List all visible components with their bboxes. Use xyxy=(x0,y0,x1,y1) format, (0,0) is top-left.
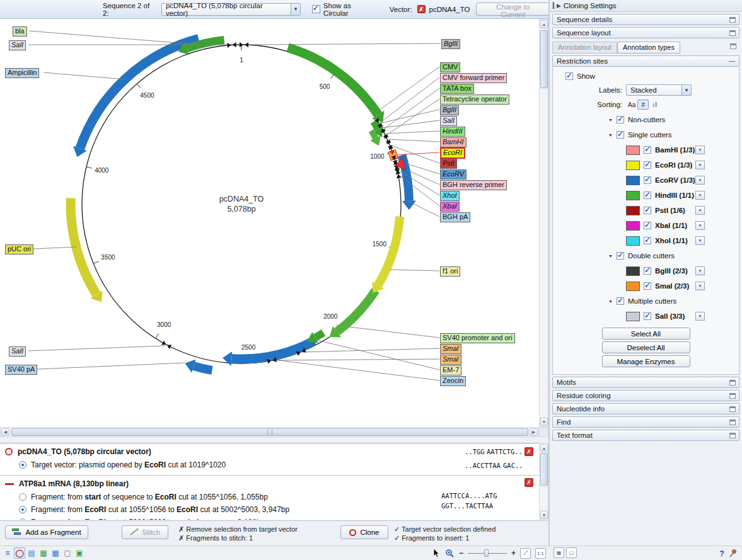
map-label-psti[interactable]: PstI xyxy=(440,159,457,169)
group-single-cutters[interactable]: ▼Single cutters xyxy=(553,127,739,142)
map-label-sv40-promoter-and-ori[interactable]: SV40 promoter and ori xyxy=(440,333,515,343)
group-checkbox-single-cutters[interactable] xyxy=(617,131,624,139)
map-label-xhoi[interactable]: XhoI xyxy=(440,191,460,201)
enzyme-checkbox-psti[interactable] xyxy=(644,207,651,214)
float-window-icon[interactable] xyxy=(729,393,736,399)
scroll-up-icon[interactable]: ▲ xyxy=(540,444,548,452)
scroll-down-icon[interactable]: ▼ xyxy=(540,511,548,518)
expand-arrow-icon[interactable]: ▼ xyxy=(608,133,613,137)
map-label-sali[interactable]: SalI xyxy=(9,346,26,357)
expand-arrow-icon[interactable]: ▼ xyxy=(608,118,613,122)
grid-view-icon[interactable]: ▦ xyxy=(554,547,564,558)
zoom-in-icon[interactable]: + xyxy=(511,549,516,557)
map-label-sali[interactable]: SalI xyxy=(9,40,26,50)
button-manage-enzymes[interactable]: Manage Enzymes xyxy=(602,355,690,367)
section-residue-coloring[interactable]: Residue coloring xyxy=(552,390,739,401)
enzyme-checkbox-bglii[interactable] xyxy=(644,267,651,275)
map-label-bglii[interactable]: BglII xyxy=(441,39,460,49)
map-label-ampicillin[interactable]: Ampicillin xyxy=(5,68,39,78)
float-window-icon[interactable] xyxy=(729,406,736,412)
enzyme-checkbox-sali[interactable] xyxy=(644,312,651,320)
remove-sequence-button[interactable]: ✗ xyxy=(525,478,533,487)
remove-sequence-button[interactable]: ✗ xyxy=(525,447,533,456)
map-label-ecori[interactable]: EcoRI xyxy=(440,147,465,159)
expand-arrow-icon[interactable]: ▼ xyxy=(608,299,613,304)
add-as-fragment-button[interactable]: Add as Fragment xyxy=(5,525,88,539)
chevron-down-icon[interactable]: ▼ xyxy=(291,4,300,15)
fragment-radio[interactable] xyxy=(19,493,26,501)
enzyme-checkbox-bamhi[interactable] xyxy=(644,146,651,154)
collapse-section-icon[interactable]: — xyxy=(729,57,735,64)
zoom-out-icon[interactable]: − xyxy=(459,549,463,557)
fragment-panel-scrollbar[interactable]: ▲ ▼ xyxy=(539,443,548,520)
group-multiple-cutters[interactable]: ▼Multiple cutters xyxy=(553,294,739,309)
zoom-in-tool-icon[interactable] xyxy=(445,549,455,558)
float-window-icon[interactable] xyxy=(729,30,736,36)
section-nucleotide-info[interactable]: Nucleotide info xyxy=(552,403,739,414)
zoom-100-icon[interactable]: 1:1 xyxy=(535,548,546,559)
scroll-down-icon[interactable]: ▼ xyxy=(540,418,548,426)
float-window-icon[interactable] xyxy=(729,420,736,425)
enzyme-options-dropdown-xbai[interactable]: ▼ xyxy=(695,221,705,230)
fragment-radio[interactable] xyxy=(19,518,26,520)
map-label-puc-ori[interactable]: pUC ori xyxy=(5,244,33,254)
map-label-ecorv[interactable]: EcoRV xyxy=(440,169,467,180)
map-label-smai[interactable]: SmaI xyxy=(440,355,461,365)
enzyme-options-dropdown-psti[interactable]: ▼ xyxy=(695,206,705,215)
show-cloning-table-icon[interactable]: ▤ xyxy=(26,547,37,559)
float-window-icon[interactable] xyxy=(729,433,736,438)
show-sequence-list-icon[interactable]: ▦ xyxy=(50,547,61,559)
button-deselect-all[interactable]: Deselect All xyxy=(602,341,690,353)
sort-button-i[interactable]: ↕I xyxy=(649,100,660,110)
map-label-zeocin[interactable]: Zeocin xyxy=(440,376,466,386)
enzyme-options-dropdown-smai[interactable]: ▼ xyxy=(695,282,705,290)
map-label-f1-ori[interactable]: f1 ori xyxy=(440,266,460,277)
fit-to-view-icon[interactable]: ⤢ xyxy=(520,548,531,559)
zoom-slider-thumb[interactable] xyxy=(484,549,489,557)
float-view-icon[interactable]: ▢ xyxy=(566,547,577,558)
scroll-left-icon[interactable]: ◀ xyxy=(1,428,9,436)
map-label-em-7[interactable]: EM-7 xyxy=(440,365,461,375)
scroll-up-icon[interactable]: ▲ xyxy=(540,20,548,28)
fragment-radio[interactable] xyxy=(19,506,26,513)
map-label-bgh-pa[interactable]: BGH pA xyxy=(440,212,470,222)
map-label-xbai[interactable]: XbaI xyxy=(440,202,460,212)
chevron-down-icon[interactable]: ▼ xyxy=(681,85,691,95)
button-select-all[interactable]: Select All xyxy=(602,328,690,340)
map-label-bglii[interactable]: BglII xyxy=(440,105,459,115)
help-icon[interactable]: ? xyxy=(719,549,724,558)
canvas-vertical-scrollbar[interactable]: ▲ ▼ xyxy=(539,19,548,427)
map-label-bgh-reverse-primer[interactable]: BGH reverse primer xyxy=(440,180,507,190)
float-window-icon[interactable] xyxy=(729,380,736,386)
labels-select[interactable]: Stacked ▼ xyxy=(626,84,692,96)
tab-annotation-types[interactable]: Annotation types xyxy=(617,42,680,54)
section-motifs[interactable]: Motifs xyxy=(552,377,739,388)
enzyme-options-dropdown-sali[interactable]: ▼ xyxy=(695,312,705,321)
sort-button-aa[interactable]: Aa xyxy=(626,100,637,110)
collapse-panel-icon[interactable]: ▎▶ xyxy=(553,3,560,9)
enzyme-options-dropdown-ecori[interactable]: ▼ xyxy=(695,161,705,169)
enzyme-checkbox-xbai[interactable] xyxy=(644,222,651,229)
cursor-tool-icon[interactable] xyxy=(432,549,441,557)
sort-button-[interactable]: # xyxy=(637,100,649,110)
enzyme-options-dropdown-bglii[interactable]: ▼ xyxy=(695,266,705,275)
fragment-radio[interactable] xyxy=(19,461,26,469)
change-to-current-button[interactable]: Change to Current xyxy=(476,3,550,16)
section-sequence-layout[interactable]: Sequence layout xyxy=(552,27,739,38)
expand-arrow-icon[interactable]: ▼ xyxy=(608,254,613,258)
horizontal-scroll-thumb[interactable] xyxy=(11,428,528,436)
map-label-sali[interactable]: SalI xyxy=(440,116,457,126)
enzyme-checkbox-hindiii[interactable] xyxy=(644,191,651,199)
show-report-icon[interactable]: ▢ xyxy=(62,547,73,559)
section-find[interactable]: Find xyxy=(552,416,739,428)
show-text-view-icon[interactable]: ≡ xyxy=(2,547,13,559)
map-label-sv40-pa[interactable]: SV40 pA xyxy=(5,365,37,375)
scroll-right-icon[interactable]: ▶ xyxy=(530,428,538,436)
sequence-select[interactable]: pcDNA4_TO (5,078bp circular vector) ▼ xyxy=(161,3,301,16)
clone-button[interactable]: Clone xyxy=(340,525,388,539)
enzyme-options-dropdown-bamhi[interactable]: ▼ xyxy=(695,146,705,154)
section-text-format[interactable]: Text format xyxy=(552,430,739,441)
enzyme-options-dropdown-ecorv[interactable]: ▼ xyxy=(695,176,705,185)
plasmid-map-canvas[interactable]: 150010001500200025003000350040004500pcDN… xyxy=(0,19,539,427)
vertical-scroll-thumb[interactable] xyxy=(540,30,548,88)
